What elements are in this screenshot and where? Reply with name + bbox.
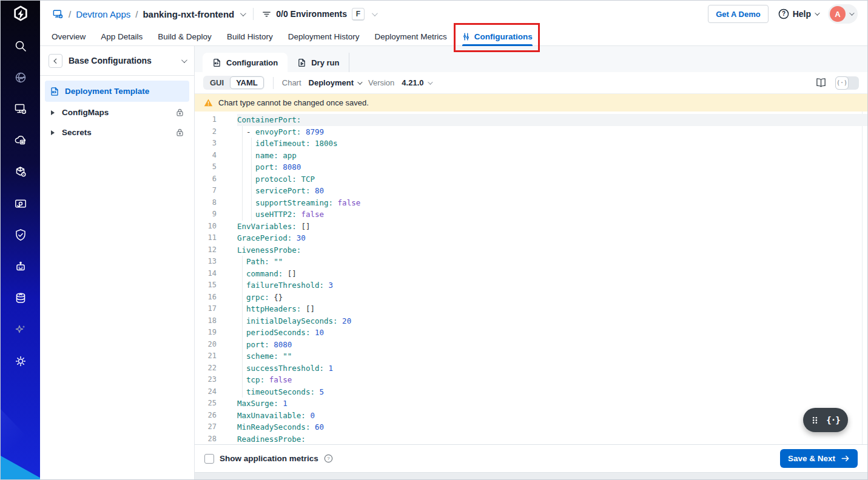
resource-browser-icon[interactable] — [13, 196, 28, 211]
readme-book-icon[interactable] — [815, 77, 827, 88]
content-column: / Devtron Apps / banking-nxt-frontend 0/… — [40, 1, 867, 479]
code-line[interactable]: 25MaxSurge: 1 — [195, 398, 867, 410]
indent-guide — [242, 315, 243, 327]
code-line[interactable]: 20 port: 8080 — [195, 339, 867, 351]
mode-gui-button[interactable]: GUI — [204, 76, 230, 89]
chart-type-value: Deployment — [309, 78, 354, 87]
code-line[interactable]: 18 initialDelaySeconds: 20 — [195, 315, 867, 327]
warning-banner: Chart type cannot be changed once saved. — [195, 94, 867, 112]
code-line[interactable]: 7 servicePort: 80 — [195, 185, 867, 197]
code-editor-toggle[interactable]: (·) — [835, 76, 859, 90]
save-next-button[interactable]: Save & Next — [780, 449, 858, 468]
code-line[interactable]: 3 idleTimeout: 1800s — [195, 138, 867, 150]
environments-chevron-icon[interactable] — [372, 10, 378, 16]
tab-app-details[interactable]: App Details — [101, 27, 143, 45]
get-a-demo-button[interactable]: Get A Demo — [708, 5, 768, 23]
chart-version-dropdown[interactable]: 4.21.0 — [402, 78, 431, 87]
line-number: 5 — [195, 161, 217, 173]
code-line-content: failureThreshold: 3 — [237, 279, 867, 292]
code-line[interactable]: 17 httpHeaders: [] — [195, 303, 867, 315]
code-line[interactable]: 8 supportStreaming: false — [195, 197, 867, 209]
jobs-icon[interactable] — [13, 133, 28, 148]
code-line[interactable]: 16 grpc: {} — [195, 292, 867, 304]
line-number: 22 — [195, 362, 217, 375]
tab-build-history[interactable]: Build History — [227, 27, 273, 45]
lock-icon — [175, 128, 184, 137]
code-line[interactable]: 6 protocol: TCP — [195, 173, 867, 185]
braces-icon: (·) — [835, 76, 849, 90]
indent-guide — [251, 173, 252, 185]
code-line[interactable]: 19 periodSeconds: 10 — [195, 327, 867, 339]
search-icon[interactable] — [13, 39, 28, 53]
line-number: 18 — [195, 315, 217, 327]
chart-type-dropdown[interactable]: Deployment — [309, 78, 361, 87]
applications-icon[interactable] — [13, 102, 28, 116]
svg-text:?: ? — [782, 10, 786, 17]
expand-caret-icon — [51, 110, 55, 115]
toolbar-divider — [273, 77, 274, 89]
code-line[interactable]: 21 scheme: "" — [195, 350, 867, 362]
indent-guide — [242, 374, 243, 386]
code-line[interactable]: 9 useHTTP2: false — [195, 208, 867, 221]
collapse-chevron-icon[interactable] — [181, 57, 187, 63]
code-line[interactable]: 14 command: [] — [195, 268, 867, 280]
environment-selector[interactable]: 0/0 Environments F — [262, 8, 376, 21]
sidebar-item-deployment-template[interactable]: Deployment Template — [45, 81, 189, 102]
expand-caret-icon — [51, 130, 55, 135]
code-line[interactable]: 23 tcp: false — [195, 374, 867, 386]
warning-triangle-icon — [204, 98, 213, 107]
security-icon[interactable] — [13, 228, 28, 242]
tab-configurations[interactable]: Configurations — [462, 27, 533, 45]
code-line-content: periodSeconds: 10 — [237, 327, 867, 339]
code-line[interactable]: 10EnvVariables: [] — [195, 221, 867, 233]
code-line[interactable]: 11GracePeriod: 30 — [195, 232, 867, 244]
mode-yaml-button[interactable]: YAML — [230, 76, 264, 89]
indent-guide — [251, 150, 252, 162]
tab-configurations-label: Configurations — [474, 32, 533, 41]
code-line[interactable]: 4 name: app — [195, 150, 867, 162]
code-line-content: httpHeaders: [] — [237, 303, 867, 315]
sidebar-item-configmaps[interactable]: ConfigMaps — [45, 103, 189, 122]
tab-build-deploy[interactable]: Build & Deploy — [158, 27, 212, 45]
devtron-logo-icon[interactable] — [11, 5, 30, 24]
code-line[interactable]: 24 timeoutSeconds: 5 — [195, 386, 867, 398]
drag-dots-icon[interactable] — [811, 416, 819, 425]
code-line[interactable]: 22 successThreshold: 1 — [195, 362, 867, 375]
tab-deployment-history[interactable]: Deployment History — [288, 27, 360, 45]
global-config-icon[interactable] — [13, 70, 28, 85]
code-line[interactable]: 2 - envoyPort: 8799 — [195, 126, 867, 138]
code-line[interactable]: 15 failureThreshold: 3 — [195, 279, 867, 292]
line-number: 3 — [195, 138, 217, 150]
sidebar-item-secrets[interactable]: Secrets — [45, 123, 189, 142]
code-line-content: MaxUnavailable: 0 — [237, 410, 867, 422]
help-chevron-icon — [815, 10, 819, 15]
code-line[interactable]: 12LivenessProbe: — [195, 244, 867, 256]
tab-configuration[interactable]: Configuration — [203, 53, 288, 72]
line-number: 9 — [195, 208, 217, 221]
code-line-content: protocol: TCP — [237, 173, 867, 185]
helm-apps-icon[interactable] — [13, 165, 28, 179]
show-metrics-checkbox[interactable] — [204, 454, 214, 464]
back-button[interactable] — [49, 54, 62, 68]
code-line[interactable]: 26MaxUnavailable: 0 — [195, 410, 867, 422]
tab-dry-run[interactable]: Dry run — [288, 53, 349, 72]
code-line-content: Path: "" — [237, 256, 867, 268]
code-line[interactable]: 28ReadinessProbe: — [195, 433, 867, 445]
stack-manager-icon[interactable] — [13, 291, 28, 305]
breadcrumb-link-devtron-apps[interactable]: Devtron Apps — [76, 9, 130, 19]
code-line[interactable]: 13 Path: "" — [195, 256, 867, 268]
bug-report-icon[interactable] — [13, 259, 28, 274]
tab-deployment-metrics[interactable]: Deployment Metrics — [374, 27, 446, 45]
user-menu[interactable]: A — [828, 4, 858, 24]
app-switcher-chevron-icon[interactable] — [240, 10, 246, 16]
metrics-help-icon[interactable]: ? — [324, 454, 333, 463]
tab-overview[interactable]: Overview — [52, 27, 86, 45]
yaml-code-editor[interactable]: 1ContainerPort:2 - envoyPort: 87993 idle… — [195, 112, 867, 444]
help-menu[interactable]: ? Help — [778, 8, 818, 19]
settings-gear-icon[interactable] — [13, 354, 28, 368]
ai-assistant-icon[interactable] — [13, 322, 28, 337]
scoped-variables-icon[interactable]: {·} — [826, 415, 839, 425]
code-line[interactable]: 1ContainerPort: — [195, 114, 867, 126]
code-line[interactable]: 5 port: 8080 — [195, 161, 867, 173]
code-line[interactable]: 27MinReadySeconds: 60 — [195, 421, 867, 433]
